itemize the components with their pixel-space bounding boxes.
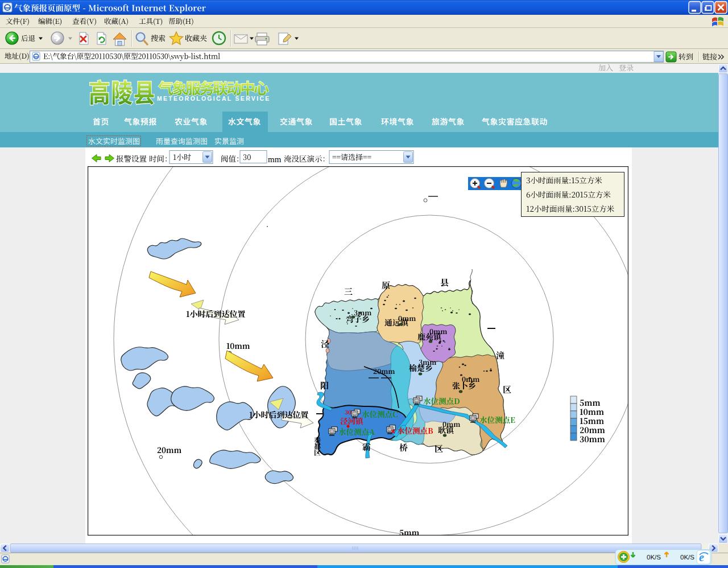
svg-text:0K/S: 0K/S [680,554,694,561]
svg-text:0K/S: 0K/S [647,554,661,561]
svg-text:mm: mm [268,155,282,164]
svg-text:METEOROLOGICAL SERVICE: METEOROLOGICAL SERVICE [157,95,271,102]
